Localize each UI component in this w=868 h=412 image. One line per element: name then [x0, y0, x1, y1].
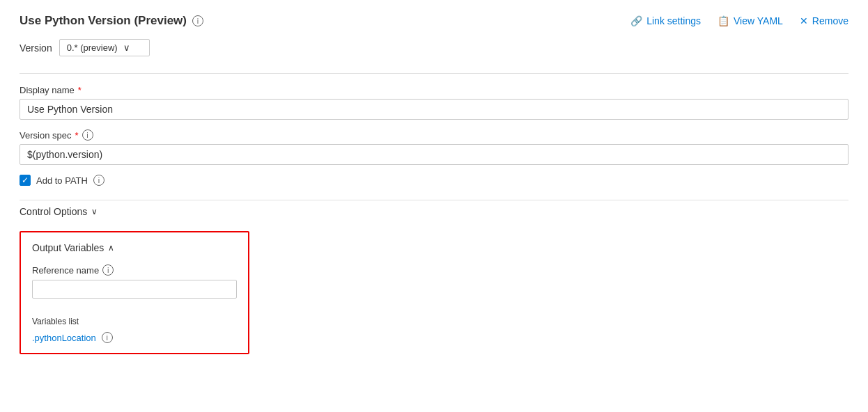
add-to-path-label: Add to PATH [36, 175, 88, 186]
control-options-section[interactable]: Control Options ∨ [20, 200, 848, 223]
header-left: Use Python Version (Preview) i [20, 14, 203, 28]
version-spec-label: Version spec [20, 130, 71, 141]
variables-list-label: Variables list [32, 317, 237, 326]
title-info-icon: i [192, 15, 203, 26]
variable-name[interactable]: .pythonLocation [32, 333, 96, 343]
main-container: Use Python Version (Preview) i 🔗 Link se… [0, 0, 868, 368]
display-name-required: * [78, 85, 82, 95]
header-row: Use Python Version (Preview) i 🔗 Link se… [20, 14, 848, 28]
view-yaml-label: View YAML [734, 15, 783, 26]
link-icon: 🔗 [630, 15, 642, 26]
yaml-icon: 📋 [718, 15, 729, 26]
variable-item: .pythonLocation i [32, 332, 237, 343]
output-variables-box: Output Variables ∧ Reference name i Vari… [20, 231, 249, 354]
reference-name-group: Reference name i [32, 264, 237, 307]
display-name-label: Display name [20, 85, 75, 95]
link-settings-button[interactable]: 🔗 Link settings [630, 15, 701, 26]
version-spec-info-icon: i [82, 129, 93, 141]
version-spec-required: * [75, 130, 78, 141]
version-label: Version [20, 42, 52, 54]
variable-info-icon: i [102, 332, 113, 343]
checkmark-icon: ✓ [22, 176, 29, 184]
version-spec-label-row: Version spec * i [20, 129, 848, 141]
header-actions: 🔗 Link settings 📋 View YAML ✕ Remove [630, 15, 848, 26]
display-name-input[interactable] [20, 99, 848, 120]
reference-name-info-icon: i [102, 264, 114, 276]
output-variables-chevron-icon: ∧ [108, 243, 114, 253]
version-row: Version 0.* (preview) ∨ [20, 39, 848, 56]
reference-name-input[interactable] [32, 280, 237, 299]
control-options-chevron: ∨ [91, 207, 98, 216]
display-name-group: Display name * [20, 85, 848, 120]
display-name-label-row: Display name * [20, 85, 848, 95]
page-title: Use Python Version (Preview) [20, 14, 187, 28]
version-chevron-icon: ∨ [123, 42, 130, 53]
add-to-path-row: ✓ Add to PATH i [20, 175, 848, 186]
remove-label: Remove [812, 15, 848, 26]
version-selected-value: 0.* (preview) [67, 42, 118, 53]
divider-1 [20, 73, 848, 74]
remove-x-icon: ✕ [800, 15, 808, 26]
version-select[interactable]: 0.* (preview) ∨ [59, 39, 150, 56]
version-spec-input[interactable] [20, 144, 848, 165]
remove-button[interactable]: ✕ Remove [800, 15, 848, 26]
output-variables-title: Output Variables [32, 242, 104, 253]
reference-name-label: Reference name [32, 265, 99, 276]
control-options-title: Control Options [20, 206, 87, 217]
add-to-path-info-icon: i [93, 175, 104, 186]
view-yaml-button[interactable]: 📋 View YAML [718, 15, 783, 26]
output-variables-header[interactable]: Output Variables ∧ [32, 242, 237, 253]
add-to-path-checkbox[interactable]: ✓ [20, 175, 31, 186]
version-spec-group: Version spec * i [20, 129, 848, 165]
link-settings-label: Link settings [646, 15, 701, 26]
reference-name-label-row: Reference name i [32, 264, 237, 276]
